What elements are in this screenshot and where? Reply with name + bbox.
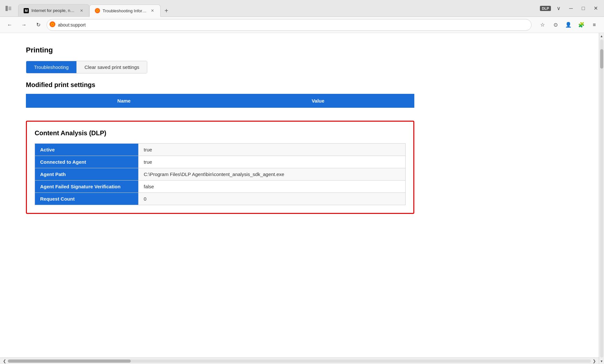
close-window-button[interactable]: ✕ — [590, 3, 601, 14]
content-analysis-table: ActivetrueConnected to AgenttrueAgent Pa… — [35, 143, 406, 205]
extensions-button[interactable]: 🧩 — [576, 19, 587, 31]
tab-troubleshooting-label: Troubleshooting Information — [103, 8, 148, 13]
vscroll-thumb[interactable] — [600, 49, 603, 69]
scrollbar-thumb[interactable] — [8, 359, 131, 363]
firefox-favicon — [95, 8, 100, 13]
minimize-button[interactable]: ─ — [565, 3, 577, 14]
content-analysis-title: Content Analysis (DLP) — [35, 129, 406, 137]
main-area: Printing Troubleshooting Clear saved pri… — [0, 33, 604, 364]
print-settings-table: Name Value — [26, 94, 414, 108]
ca-row-label-1: Connected to Agent — [35, 156, 139, 168]
print-table-name-header: Name — [26, 94, 222, 108]
new-tab-button[interactable]: + — [161, 5, 172, 17]
address-bar-firefox-icon — [50, 21, 55, 28]
tab-troubleshooting-close[interactable]: ✕ — [150, 8, 155, 14]
table-row: Connected to Agenttrue — [35, 156, 406, 168]
svg-rect-1 — [8, 7, 11, 7]
ca-row-label-0: Active — [35, 144, 139, 156]
ca-row-value-3: false — [139, 181, 406, 193]
sidebar-toggle-button[interactable] — [3, 3, 14, 14]
svg-rect-3 — [8, 9, 11, 10]
right-scrollbar: ▲ ▼ — [599, 33, 604, 364]
pocket-button[interactable]: ⊙ — [550, 19, 561, 31]
tab-mozilla-close[interactable]: ✕ — [79, 8, 84, 14]
page-content: Printing Troubleshooting Clear saved pri… — [0, 33, 599, 358]
nav-icons: ☆ ⊙ 👤 🧩 ≡ — [537, 19, 600, 31]
vscroll-track[interactable] — [600, 39, 603, 358]
back-button[interactable]: ← — [4, 19, 16, 31]
profile-button[interactable]: 👤 — [563, 19, 574, 31]
mozilla-favicon: M — [24, 8, 29, 13]
modified-print-settings-title: Modified print settings — [26, 81, 573, 89]
reload-button[interactable]: ↻ — [32, 19, 44, 31]
tabs-area: M Internet for people, not profit – ✕ Tr… — [18, 0, 539, 17]
ca-row-label-2: Agent Path — [35, 168, 139, 181]
printing-buttons: Troubleshooting Clear saved print settin… — [26, 61, 147, 73]
printing-title: Printing — [26, 46, 573, 54]
content-analysis-box: Content Analysis (DLP) ActivetrueConnect… — [26, 121, 414, 214]
svg-rect-0 — [6, 6, 8, 11]
clear-print-settings-button[interactable]: Clear saved print settings — [76, 61, 147, 73]
content-wrapper: Printing Troubleshooting Clear saved pri… — [0, 33, 599, 364]
window-controls: DLP ∨ ─ □ ✕ — [540, 3, 601, 14]
forward-button[interactable]: → — [18, 19, 30, 31]
scroll-down-button[interactable]: ▼ — [599, 358, 604, 364]
scroll-up-button[interactable]: ▲ — [599, 33, 604, 39]
table-row: Activetrue — [35, 144, 406, 156]
dropdown-button[interactable]: ∨ — [553, 3, 565, 14]
tab-mozilla-label: Internet for people, not profit – — [31, 8, 77, 13]
bottom-scrollbar: ❮ ❯ — [0, 358, 599, 364]
table-row: Agent Failed Signature Verificationfalse — [35, 181, 406, 193]
ca-row-value-0: true — [139, 144, 406, 156]
scroll-right-button[interactable]: ❯ — [591, 358, 598, 364]
ca-row-value-2: C:\Program Files\DLP Agent\bin\content_a… — [139, 168, 406, 181]
svg-point-6 — [97, 10, 98, 11]
navigation-bar: ← → ↻ about:support ☆ ⊙ 👤 🧩 ≡ — [0, 17, 604, 33]
address-bar[interactable]: about:support — [47, 19, 531, 31]
ca-row-value-1: true — [139, 156, 406, 168]
ca-row-label-3: Agent Failed Signature Verification — [35, 181, 139, 193]
tab-troubleshooting[interactable]: Troubleshooting Information ✕ — [89, 5, 161, 17]
troubleshooting-button[interactable]: Troubleshooting — [26, 61, 76, 73]
scrollbar-track[interactable] — [8, 359, 591, 363]
tab-mozilla[interactable]: M Internet for people, not profit – ✕ — [18, 4, 89, 17]
menu-button[interactable]: ≡ — [588, 19, 600, 31]
table-row: Request Count0 — [35, 193, 406, 205]
svg-point-9 — [52, 24, 53, 25]
maximize-button[interactable]: □ — [577, 3, 589, 14]
bookmark-button[interactable]: ☆ — [537, 19, 548, 31]
title-bar: M Internet for people, not profit – ✕ Tr… — [0, 0, 604, 17]
svg-rect-2 — [8, 8, 11, 9]
address-text: about:support — [58, 22, 527, 28]
dlp-badge: DLP — [540, 6, 551, 11]
ca-row-value-4: 0 — [139, 193, 406, 205]
ca-row-label-4: Request Count — [35, 193, 139, 205]
scroll-left-button[interactable]: ❮ — [1, 358, 8, 364]
print-table-value-header: Value — [222, 94, 414, 108]
table-row: Agent PathC:\Program Files\DLP Agent\bin… — [35, 168, 406, 181]
